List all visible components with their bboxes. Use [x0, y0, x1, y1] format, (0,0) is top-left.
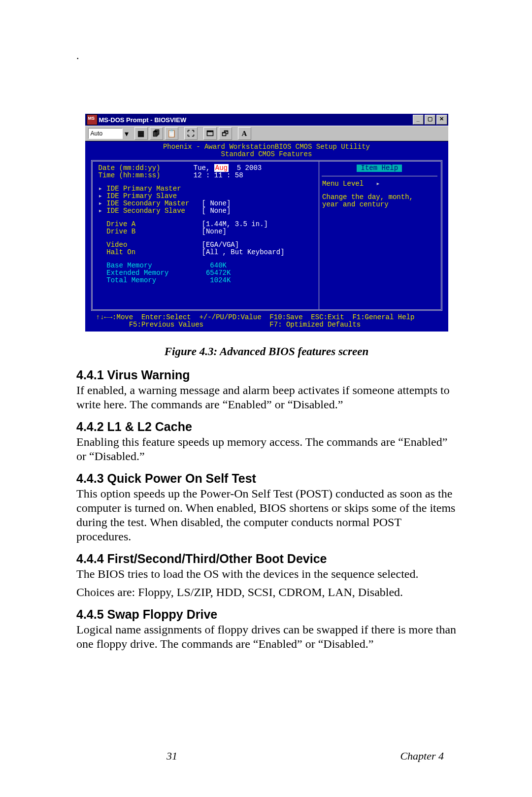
font-button[interactable]: A: [238, 127, 251, 140]
bios-screenshot: MS-DOS Prompt - BIOSVIEW _ ▢ ✕ Auto ▾ ▦ …: [85, 114, 448, 332]
figure-caption: Figure 4.3: Advanced BIOS features scree…: [76, 345, 457, 358]
leading-dot: .: [76, 49, 457, 62]
close-button[interactable]: ✕: [436, 115, 447, 125]
item-help-title: Item Help: [357, 165, 402, 172]
halt-value: [All , But Keyboard]: [202, 248, 285, 256]
base-mem-label: Base Memory: [106, 262, 152, 269]
para-boot-device-2: Choices are: Floppy, LS/ZIP, HDD, SCSI, …: [76, 585, 457, 599]
total-mem-value: 1024K: [210, 276, 231, 284]
fullscreen-icon[interactable]: ⛶: [184, 127, 198, 140]
video-label[interactable]: Video: [106, 241, 127, 249]
ide-ss-value: [ None]: [202, 207, 231, 215]
bios-hints-1: ↑↓←→:Move Enter:Select +/-/PU/PD:Value F…: [85, 314, 448, 321]
date-month[interactable]: Aug: [214, 164, 229, 172]
ide-secondary-slave[interactable]: IDE Secondary Slave: [106, 207, 185, 215]
heading-l1-l2-cache: 4.4.2 L1 & L2 Cache: [76, 420, 457, 434]
total-mem-label: Total Memory: [106, 276, 156, 284]
properties-icon[interactable]: 🗔: [203, 127, 217, 140]
ext-mem-value: 65472K: [206, 269, 231, 277]
heading-virus-warning: 4.4.1 Virus Warning: [76, 368, 457, 382]
maximize-button[interactable]: ▢: [425, 115, 435, 125]
para-boot-device-1: The BIOS tries to load the OS with the d…: [76, 567, 457, 581]
window-titlebar: MS-DOS Prompt - BIOSVIEW _ ▢ ✕: [85, 114, 448, 126]
bios-subtitle: Standard CMOS Features: [85, 151, 448, 158]
page-number: 31: [81, 750, 263, 763]
zoom-select[interactable]: Auto: [88, 128, 123, 139]
date-pre: Tue,: [194, 164, 214, 172]
drive-b-value: [None]: [202, 228, 227, 235]
background-icon[interactable]: 🗗: [219, 127, 232, 140]
heading-quick-post: 4.4.3 Quick Power On Self Test: [76, 471, 457, 486]
toolbar-btn-1[interactable]: ▦: [134, 127, 148, 140]
para-virus-warning: If enabled, a warning message and alarm …: [76, 383, 457, 412]
para-swap-floppy: Logical name assignments of floppy drive…: [76, 623, 457, 651]
time-value[interactable]: 12 : 11 : 58: [194, 171, 243, 179]
ide-primary-master[interactable]: IDE Primary Master: [106, 185, 181, 193]
bios-hints-2: F5:Previous Values F7: Optimized Default…: [85, 321, 448, 329]
video-value: [EGA/VGA]: [202, 241, 239, 249]
time-label: Time (hh:mm:ss): [99, 171, 161, 179]
menu-level-arrow: ▸: [376, 180, 380, 188]
base-mem-value: 640K: [210, 262, 227, 269]
drive-b-label[interactable]: Drive B: [106, 228, 135, 235]
bios-frame: Phoenix - Award WorkstationBIOS CMOS Set…: [85, 141, 448, 332]
ide-sm-value: [ None]: [202, 199, 231, 207]
date-rest: 5 2003: [229, 164, 262, 172]
window-toolbar: Auto ▾ ▦ 🗐 📋 ⛶ 🗔 🗗 A: [85, 126, 448, 141]
ide-secondary-master[interactable]: IDE Secondary Master: [106, 199, 189, 207]
minimize-button[interactable]: _: [413, 115, 424, 125]
para-quick-post: This option speeds up the Power-On Self …: [76, 487, 457, 544]
menu-level-label: Menu Level: [322, 180, 364, 188]
msdos-icon: [87, 115, 97, 125]
drive-a-value: [1.44M, 3.5 in.]: [202, 220, 268, 228]
help-body: Change the day, month, year and century: [322, 194, 436, 208]
heading-swap-floppy: 4.4.5 Swap Floppy Drive: [76, 607, 457, 622]
bios-title: Phoenix - Award WorkstationBIOS CMOS Set…: [85, 143, 448, 151]
halt-label[interactable]: Halt On: [106, 248, 135, 256]
ide-primary-slave[interactable]: IDE Primary Slave: [106, 192, 177, 200]
page-footer: 31 Chapter 4: [76, 750, 466, 763]
chapter-label: Chapter 4: [263, 750, 462, 763]
drive-a-label[interactable]: Drive A: [106, 220, 135, 228]
ext-mem-label: Extended Memory: [106, 269, 168, 277]
copy-icon[interactable]: 🗐: [150, 127, 163, 140]
window-title: MS-DOS Prompt - BIOSVIEW: [99, 116, 187, 124]
para-l1-l2-cache: Enabling this feature speeds up memory a…: [76, 435, 457, 464]
heading-boot-device: 4.4.4 First/Second/Third/Other Boot Devi…: [76, 552, 457, 566]
date-label: Date (mm:dd:yy): [99, 164, 161, 172]
paste-icon[interactable]: 📋: [165, 127, 178, 140]
